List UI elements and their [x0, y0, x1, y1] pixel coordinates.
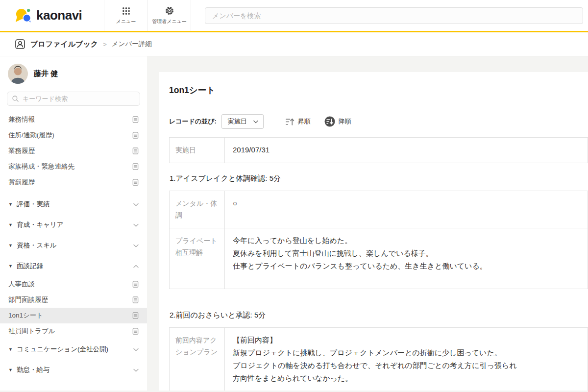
- app-logo[interactable]: kaonavi: [0, 0, 104, 31]
- sidebar: 藤井 健 兼務情報 住所/通勤(履歴) 業務履歴: [0, 56, 147, 391]
- admin-menu-button[interactable]: 管理者メニュー: [147, 0, 191, 31]
- profilebook-icon: [15, 39, 25, 49]
- chevron-down-icon: [133, 348, 139, 351]
- sidebar-group-mendan[interactable]: ▼面談記録: [0, 256, 147, 276]
- sort-ascending-icon: [285, 117, 294, 126]
- section-title: 1.アイスブレイクと体調確認: 5分: [170, 174, 588, 183]
- sidebar-item-label: 人事面談: [8, 280, 35, 289]
- sort-descending-button[interactable]: 降順: [324, 116, 351, 127]
- sidebar-item[interactable]: 家族構成・緊急連絡先: [0, 159, 147, 174]
- field-value: 2019/07/31: [225, 138, 588, 163]
- document-icon: [132, 147, 139, 155]
- chevron-down-icon: [133, 223, 139, 227]
- breadcrumb-current: メンバー詳細: [112, 40, 152, 49]
- sidebar-groups: ▼評価・実績 ▼育成・キャリア ▼資格・スキル ▼面談記録 人事面談: [0, 194, 147, 380]
- sidebar-group-hyouka[interactable]: ▼評価・実績: [0, 194, 147, 215]
- field-label: 実施日: [170, 138, 225, 163]
- breadcrumb-root[interactable]: プロファイルブック: [30, 40, 98, 49]
- sidebar-item-shain-trouble[interactable]: 社員間トラブル: [0, 323, 147, 339]
- sort-descending-icon: [324, 116, 335, 127]
- triangle-icon: ▼: [8, 243, 13, 248]
- chevron-down-icon: [253, 120, 258, 123]
- field-label: メンタル・体調: [170, 191, 225, 228]
- sidebar-group-kintai[interactable]: ▼勤怠・給与: [0, 360, 147, 380]
- main-panel: 1on1シート レコードの並び: 実施日 昇順: [147, 56, 588, 391]
- keyword-search-input[interactable]: [7, 92, 140, 106]
- document-icon: [132, 163, 139, 171]
- record-section2-table: 前回内容アクションプラン 【前回内容】 新規プロジェクトに挑戦し、プロジェクトメ…: [169, 327, 588, 391]
- record-date-table: 実施日 2019/07/31: [169, 137, 588, 163]
- logo-text: kaonavi: [36, 8, 82, 23]
- field-value: 【前回内容】 新規プロジェクトに挑戦し、プロジェクトメンバーとの折衝に少し困って…: [225, 327, 588, 391]
- sidebar-group-communication[interactable]: ▼コミュニケーション(全社公開): [0, 339, 147, 360]
- sidebar-item-bumon-mendan[interactable]: 部門面談履歴: [0, 292, 147, 308]
- sidebar-item[interactable]: 兼務情報: [0, 112, 147, 127]
- avatar-photo: [8, 64, 28, 84]
- sidebar-item-label: 1on1シート: [8, 311, 43, 320]
- sidebar-item-label: 住所/通勤(履歴): [8, 131, 54, 140]
- document-icon: [132, 178, 139, 186]
- document-icon: [132, 296, 139, 304]
- sidebar-item-jinji-mendan[interactable]: 人事面談: [0, 276, 147, 292]
- sort-key-value: 実施日: [228, 117, 247, 126]
- field-label: プライベート相互理解: [170, 228, 225, 289]
- menu-button-label: メニュー: [116, 18, 136, 25]
- gear-icon: [165, 6, 174, 16]
- chevron-down-icon: [133, 203, 139, 206]
- sort-ascending-button[interactable]: 昇順: [285, 117, 311, 126]
- member-avatar[interactable]: [8, 64, 28, 84]
- app-header: kaonavi メニュー 管理者メニュー: [0, 0, 588, 32]
- member-name: 藤井 健: [34, 69, 58, 78]
- field-value: 今年に入ってから登山をし始めた。 夏休みを利用して富士山登山に挑戦し、楽しんでい…: [225, 228, 588, 289]
- section-title: 2.前回のおさらいと承認: 5分: [170, 311, 588, 320]
- sidebar-group-label: 育成・キャリア: [17, 220, 64, 229]
- sidebar-group-label: 評価・実績: [17, 200, 50, 209]
- document-icon: [132, 327, 139, 335]
- chevron-up-icon: [133, 265, 139, 268]
- sidebar-item[interactable]: 賞罰履歴: [0, 174, 147, 190]
- sidebar-item[interactable]: 業務履歴: [0, 143, 147, 159]
- sidebar-sheet-list: 兼務情報 住所/通勤(履歴) 業務履歴 家族構成・緊急連絡先 賞罰履歴: [0, 112, 147, 190]
- sheet-title: 1on1シート: [159, 72, 588, 96]
- member-profile: 藤井 健: [0, 56, 147, 91]
- document-icon: [132, 116, 139, 123]
- sort-label: レコードの並び:: [169, 117, 217, 126]
- sort-descending-label: 降順: [339, 117, 351, 126]
- sidebar-search: [7, 92, 140, 106]
- sidebar-group-ikusei[interactable]: ▼育成・キャリア: [0, 215, 147, 235]
- sidebar-item-label: 兼務情報: [8, 115, 35, 124]
- table-row: プライベート相互理解 今年に入ってから登山をし始めた。 夏休みを利用して富士山登…: [170, 228, 588, 289]
- sidebar-item-label: 業務履歴: [8, 147, 35, 155]
- chevron-down-icon: [133, 244, 139, 247]
- sidebar-item-label: 家族構成・緊急連絡先: [8, 162, 74, 171]
- breadcrumb-separator-icon: >: [103, 41, 107, 48]
- breadcrumb: プロファイルブック > メンバー詳細: [0, 32, 588, 56]
- table-row: 実施日 2019/07/31: [170, 138, 588, 163]
- document-icon: [132, 131, 139, 139]
- sidebar-item-label: 部門面談履歴: [8, 295, 48, 304]
- triangle-icon: ▼: [8, 202, 13, 207]
- sort-ascending-label: 昇順: [298, 117, 311, 126]
- sort-key-select[interactable]: 実施日: [221, 114, 264, 129]
- sidebar-group-label: コミュニケーション(全社公開): [17, 345, 108, 354]
- triangle-icon: ▼: [8, 264, 13, 269]
- member-search-input[interactable]: [205, 7, 583, 24]
- sidebar-item-1on1-sheet[interactable]: 1on1シート: [0, 308, 147, 323]
- sidebar-item-label: 賞罰履歴: [8, 178, 35, 187]
- triangle-icon: ▼: [8, 222, 13, 227]
- sidebar-group-shikaku[interactable]: ▼資格・スキル: [0, 235, 147, 256]
- chevron-down-icon: [133, 368, 139, 372]
- field-label: 前回内容アクションプラン: [170, 327, 225, 391]
- member-search: [191, 0, 588, 31]
- search-icon: [12, 95, 19, 102]
- sidebar-item[interactable]: 住所/通勤(履歴): [0, 127, 147, 143]
- sidebar-group-label: 資格・スキル: [17, 241, 57, 250]
- table-row: 前回内容アクションプラン 【前回内容】 新規プロジェクトに挑戦し、プロジェクトメ…: [170, 327, 588, 391]
- table-row: メンタル・体調 ○: [170, 191, 588, 228]
- kaonavi-logo-icon: [14, 7, 32, 24]
- sort-controls: レコードの並び: 実施日 昇順: [169, 114, 588, 129]
- menu-button[interactable]: メニュー: [104, 0, 147, 31]
- record-section1-table: メンタル・体調 ○ プライベート相互理解 今年に入ってから登山をし始めた。 夏休…: [169, 191, 588, 289]
- triangle-icon: ▼: [8, 347, 13, 352]
- sheet-card: 1on1シート レコードの並び: 実施日 昇順: [159, 72, 588, 391]
